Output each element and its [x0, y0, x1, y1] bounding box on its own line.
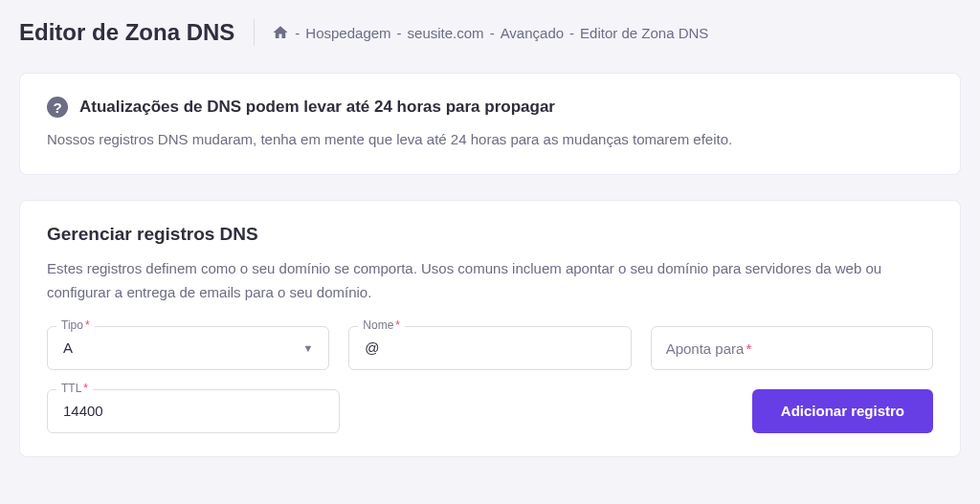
- alert-body: Nossos registros DNS mudaram, tenha em m…: [47, 129, 933, 151]
- alert-title: Atualizações de DNS podem levar até 24 h…: [79, 98, 555, 117]
- ttl-input[interactable]: [47, 389, 340, 433]
- header-divider: [254, 19, 255, 46]
- breadcrumb: - Hospedagem - seusite.com - Avançado - …: [272, 24, 708, 41]
- manage-dns-title: Gerenciar registros DNS: [47, 224, 933, 245]
- form-spacer: [359, 389, 733, 433]
- breadcrumb-item-dns-editor: Editor de Zona DNS: [580, 25, 708, 41]
- breadcrumb-separator: -: [569, 25, 574, 41]
- propagation-alert-card: ? Atualizações de DNS podem levar até 24…: [19, 73, 961, 175]
- breadcrumb-item-domain[interactable]: seusite.com: [408, 25, 484, 41]
- name-input[interactable]: [348, 326, 631, 370]
- type-select-value: A: [63, 340, 73, 356]
- breadcrumb-item-hosting[interactable]: Hospedagem: [305, 25, 390, 41]
- type-label: Tipo*: [56, 318, 95, 332]
- ttl-label: TTL*: [56, 382, 93, 395]
- name-label: Nome*: [358, 318, 405, 332]
- type-select[interactable]: A ▼: [47, 326, 329, 370]
- chevron-down-icon: ▼: [302, 342, 313, 354]
- ttl-field-wrap: TTL*: [47, 389, 340, 433]
- manage-dns-card: Gerenciar registros DNS Estes registros …: [19, 200, 961, 457]
- home-icon[interactable]: [272, 24, 289, 41]
- breadcrumb-separator: -: [397, 25, 402, 41]
- name-field-wrap: Nome*: [348, 326, 631, 370]
- breadcrumb-separator: -: [295, 25, 300, 41]
- breadcrumb-item-advanced[interactable]: Avançado: [501, 25, 564, 41]
- manage-dns-description: Estes registros definem como o seu domín…: [47, 256, 933, 305]
- points-to-field-wrap: Aponta para*: [651, 326, 933, 370]
- points-to-input[interactable]: [651, 326, 933, 370]
- breadcrumb-separator: -: [490, 25, 495, 41]
- add-record-button[interactable]: Adicionar registro: [752, 389, 933, 433]
- page-title: Editor de Zona DNS: [19, 19, 254, 46]
- type-field-wrap: Tipo* A ▼: [47, 326, 329, 370]
- question-icon: ?: [47, 97, 68, 118]
